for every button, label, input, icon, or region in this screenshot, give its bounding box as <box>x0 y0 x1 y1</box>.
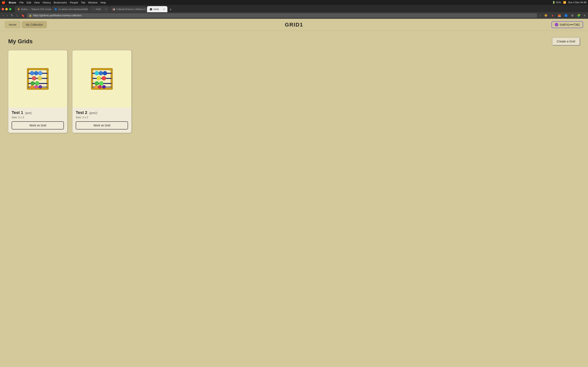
tab-label-5: Grid1 <box>154 8 159 10</box>
mac-menubar: 🍎 Brave File Edit View History Bookmarks… <box>0 0 588 5</box>
svg-point-5 <box>30 71 34 75</box>
app-name[interactable]: Brave <box>9 1 16 4</box>
extensions-button[interactable]: 🧩 <box>576 13 581 17</box>
history-menu[interactable]: History <box>43 1 51 4</box>
svg-point-17 <box>39 85 42 89</box>
svg-point-15 <box>30 85 34 89</box>
edit-menu[interactable]: Edit <box>26 1 31 4</box>
fox-icon[interactable]: 🦊 <box>557 13 562 17</box>
new-tab-button[interactable]: + <box>168 7 173 12</box>
bookmark-button[interactable]: 🔖 <box>20 13 26 17</box>
wallet-button[interactable]: 0x8F41••••7362 <box>552 21 583 28</box>
lock-icon: 🔒 <box>29 14 32 17</box>
grid-card-1-size: Size: 2 x 2 <box>12 116 64 119</box>
browser-chrome: 🦁 Button — Tailwind CSS Compo ✕ 🔵 v1-adm… <box>0 5 588 19</box>
app-title: GRID1 <box>285 22 303 28</box>
svg-point-6 <box>34 71 38 75</box>
abacus-icon-2 <box>87 65 116 93</box>
address-field[interactable]: 🔒 https://gridone.yashthakor.com/my-coll… <box>27 13 537 18</box>
wallet-address: 0x8F41••••7362 <box>560 23 580 26</box>
chrome-top-row: 🦁 Button — Tailwind CSS Compo ✕ 🔵 v1-adm… <box>0 6 588 12</box>
menu-items: File Edit View History Bookmarks People … <box>19 1 106 4</box>
grid-card-1-handle: (jeet) <box>25 111 32 115</box>
maximize-window-button[interactable] <box>9 8 11 10</box>
app-content: My Grids Create a Grid <box>0 31 588 140</box>
file-menu[interactable]: File <box>19 1 24 4</box>
back-button[interactable]: ‹ <box>2 13 5 17</box>
svg-point-10 <box>38 76 42 80</box>
grid-card-1-title: Test 1 (jeet) <box>12 110 64 115</box>
tab-close-5[interactable]: ✕ <box>163 8 165 11</box>
metamask-button[interactable]: 🔵 <box>563 13 569 17</box>
navbar-left: Home My Collection <box>5 21 47 28</box>
my-collection-nav-button[interactable]: My Collection <box>22 21 47 28</box>
tab-favicon-1: 🦁 <box>17 8 20 11</box>
wallet-avatar <box>555 23 558 26</box>
menubar-right: 🔋 91% 📶 Sun 4 Dec 04:48 <box>552 1 586 4</box>
work-on-grid-button-2[interactable]: Work on Grid <box>76 121 128 129</box>
bookmarks-menu[interactable]: Bookmarks <box>54 1 67 4</box>
traffic-lights <box>0 6 13 12</box>
people-menu[interactable]: People <box>70 1 78 4</box>
minimize-window-button[interactable] <box>5 8 8 10</box>
create-grid-button[interactable]: Create a Grid <box>552 37 580 45</box>
svg-point-24 <box>99 71 103 75</box>
datetime: Sun 4 Dec 04:48 <box>568 1 586 4</box>
svg-rect-20 <box>91 68 112 70</box>
close-window-button[interactable] <box>2 8 4 10</box>
address-right: ↑ 🦁 🔺 🦊 🔵 ⚙ 🧩 ≡ <box>538 13 586 17</box>
svg-point-33 <box>95 85 98 89</box>
tab-menu[interactable]: Tab <box>81 1 85 4</box>
tab-3[interactable]: ⬛ Grid1 ✕ <box>89 6 109 12</box>
svg-point-35 <box>102 85 105 89</box>
battery-icon: 🔋 91% <box>552 1 561 4</box>
grid-card-2-handle: (jeet2) <box>89 111 97 115</box>
svg-point-25 <box>103 71 107 75</box>
tab-favicon-2: 🔵 <box>54 8 57 11</box>
tab-label-2: v1-admin-mint-dashboard/lpfs <box>58 8 88 10</box>
home-nav-button[interactable]: Home <box>5 21 20 28</box>
settings-button[interactable]: ⚙ <box>570 13 575 17</box>
tab-4[interactable]: 🏭 CollectionFactory | Address 0... ✕ <box>110 6 147 12</box>
reload-button[interactable]: ↻ <box>9 13 14 17</box>
svg-point-12 <box>31 81 35 85</box>
brave-menu-button[interactable]: ≡ <box>583 13 586 17</box>
help-menu[interactable]: Help <box>100 1 106 4</box>
brave-rewards-button[interactable]: 🔺 <box>550 13 555 17</box>
tab-favicon-4: 🏭 <box>112 8 115 11</box>
app-navbar: Home My Collection GRID1 0x8F41••••7362 <box>0 19 588 31</box>
grid-card-1-image <box>8 50 67 108</box>
home-button[interactable]: ⌂ <box>15 13 19 17</box>
navbar-right: 0x8F41••••7362 <box>552 21 583 28</box>
tab-label-4: CollectionFactory | Address 0... <box>116 8 147 10</box>
grid-card-1-info: Test 1 (jeet) Size: 2 x 2 Work on Grid <box>8 108 67 133</box>
share-button[interactable]: ↑ <box>538 13 542 17</box>
svg-point-7 <box>38 71 42 75</box>
apple-menu[interactable]: 🍎 <box>2 1 6 4</box>
grid-card-2-image <box>72 50 131 108</box>
svg-point-30 <box>95 81 99 85</box>
grid-card-2-info: Test 2 (jeet2) Size: 2 x 2 Work on Grid <box>72 108 131 133</box>
view-menu[interactable]: View <box>34 1 40 4</box>
grid-card-2: Test 2 (jeet2) Size: 2 x 2 Work on Grid <box>72 50 131 133</box>
tab-2[interactable]: 🔵 v1-admin-mint-dashboard/lpfs ✕ <box>52 6 89 12</box>
svg-point-9 <box>32 76 36 80</box>
grid-card-2-size: Size: 2 x 2 <box>76 116 128 119</box>
address-bar-row: ‹ › ↻ ⌂ 🔖 🔒 https://gridone.yashthakor.c… <box>0 12 588 19</box>
tab-1[interactable]: 🦁 Button — Tailwind CSS Compo ✕ <box>15 6 52 12</box>
svg-point-27 <box>97 76 101 80</box>
work-on-grid-button-1[interactable]: Work on Grid <box>12 121 64 129</box>
window-menu[interactable]: Window <box>88 1 97 4</box>
svg-point-28 <box>102 76 106 80</box>
grids-container: Test 1 (jeet) Size: 2 x 2 Work on Grid <box>8 50 580 133</box>
svg-point-34 <box>98 85 102 89</box>
svg-point-16 <box>35 85 38 89</box>
forward-button[interactable]: › <box>6 13 9 17</box>
tab-favicon-3: ⬛ <box>91 8 94 11</box>
abacus-icon-1 <box>24 65 52 93</box>
svg-point-31 <box>99 81 103 85</box>
brave-shield-button[interactable]: 🦁 <box>543 13 549 17</box>
tab-close-3[interactable]: ✕ <box>105 8 107 11</box>
nav-buttons: ‹ › ↻ ⌂ <box>2 13 19 17</box>
tab-5-active[interactable]: ⬛ Grid1 ✕ <box>147 6 167 12</box>
